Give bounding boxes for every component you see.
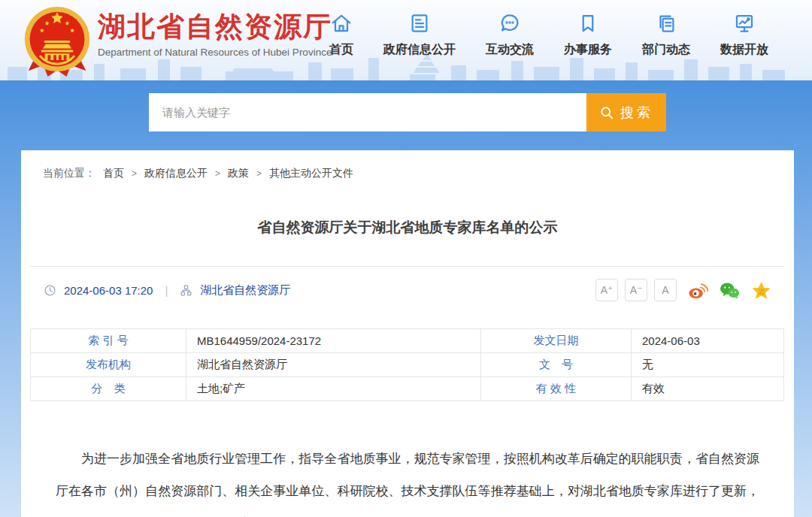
site-brand: 湖北省自然资源厅 Department of Natural Resources… bbox=[98, 11, 332, 58]
search-bar: 搜索 bbox=[149, 93, 666, 132]
search-icon bbox=[599, 105, 614, 120]
content-card: 当前位置： 首页 > 政府信息公开 > 政策 > 其他主动公开文件 省自然资源厅… bbox=[21, 150, 794, 517]
breadcrumb-prefix: 当前位置： bbox=[43, 167, 95, 180]
meta-right: A⁺ A⁻ A bbox=[595, 279, 771, 301]
field-value-index-number: MB1644959/2024-23172 bbox=[186, 329, 481, 353]
site-title: 湖北省自然资源厅 bbox=[98, 11, 332, 44]
field-value-category: 土地;矿产 bbox=[186, 377, 481, 401]
search-button[interactable]: 搜索 bbox=[586, 93, 666, 132]
font-larger-button[interactable]: A⁺ bbox=[595, 279, 618, 301]
organization-icon bbox=[180, 284, 192, 297]
nav-label: 部门动态 bbox=[642, 42, 690, 58]
documents-copy-icon bbox=[655, 12, 677, 35]
field-value-issue-date: 2024-06-03 bbox=[632, 329, 784, 353]
search-input[interactable] bbox=[149, 93, 586, 132]
publish-time: 2024-06-03 17:20 bbox=[64, 284, 153, 297]
breadcrumb-item-other-docs[interactable]: 其他主动公开文件 bbox=[269, 167, 353, 180]
nav-item-gov-info[interactable]: 政府信息公开 bbox=[383, 12, 456, 58]
breadcrumb-item-home[interactable]: 首页 bbox=[103, 167, 124, 180]
nav-label: 数据开放 bbox=[720, 42, 768, 58]
national-emblem-logo[interactable] bbox=[21, 5, 93, 78]
data-monitor-icon bbox=[733, 12, 756, 35]
breadcrumb-item-gov-info[interactable]: 政府信息公开 bbox=[144, 167, 208, 180]
breadcrumb-separator: > bbox=[132, 168, 137, 179]
gov-info-icon bbox=[408, 12, 431, 35]
article-body-paragraph: 为进一步加强全省地质行业管理工作，指导全省地质事业，规范专家管理，按照机构改革后… bbox=[56, 443, 759, 517]
article-meta-row: 2024-06-03 17:20 | 湖北省自然资源厅 A⁺ A⁻ A bbox=[44, 267, 771, 313]
field-label-issuing-agency: 发布机构 bbox=[31, 353, 186, 377]
nav-label: 互动交流 bbox=[486, 42, 534, 58]
home-icon bbox=[330, 12, 353, 35]
wechat-share-icon[interactable] bbox=[720, 280, 740, 301]
qzone-share-icon[interactable] bbox=[751, 280, 771, 301]
nav-label: 首页 bbox=[329, 42, 353, 58]
field-label-document-number: 文 号 bbox=[481, 353, 632, 377]
table-row: 索 引 号 MB1644959/2024-23172 发文日期 2024-06-… bbox=[31, 329, 784, 353]
meta-left: 2024-06-03 17:20 | 湖北省自然资源厅 bbox=[44, 283, 290, 298]
field-value-document-number: 无 bbox=[632, 353, 784, 377]
table-row: 发布机构 湖北省自然资源厅 文 号 无 bbox=[31, 353, 784, 377]
document-meta-table: 索 引 号 MB1644959/2024-23172 发文日期 2024-06-… bbox=[30, 328, 784, 401]
breadcrumb-separator: > bbox=[256, 168, 262, 179]
nav-item-services[interactable]: 办事服务 bbox=[564, 12, 612, 58]
breadcrumb-item-policy[interactable]: 政策 bbox=[228, 167, 249, 180]
field-label-validity: 有 效 性 bbox=[481, 377, 632, 401]
clock-icon bbox=[44, 284, 56, 297]
bookmark-icon bbox=[577, 12, 599, 35]
font-smaller-button[interactable]: A⁻ bbox=[625, 279, 647, 301]
breadcrumb-separator: > bbox=[215, 168, 220, 179]
font-reset-button[interactable]: A bbox=[654, 279, 677, 301]
article-title: 省自然资源厅关于湖北省地质专家库名单的公示 bbox=[21, 218, 794, 237]
search-button-label: 搜索 bbox=[620, 104, 653, 122]
chat-bubble-icon bbox=[498, 12, 521, 35]
nav-item-interaction[interactable]: 互动交流 bbox=[486, 12, 534, 58]
weibo-share-icon[interactable] bbox=[688, 280, 708, 301]
page: 湖北省自然资源厅 Department of Natural Resources… bbox=[0, 0, 812, 517]
table-row: 分 类 土地;矿产 有 效 性 有效 bbox=[31, 377, 784, 401]
field-value-issuing-agency: 湖北省自然资源厅 bbox=[186, 353, 481, 377]
nav-item-department-news[interactable]: 部门动态 bbox=[642, 12, 690, 58]
breadcrumb: 当前位置： 首页 > 政府信息公开 > 政策 > 其他主动公开文件 bbox=[21, 150, 794, 180]
meta-separator: | bbox=[165, 284, 168, 297]
nav-item-home[interactable]: 首页 bbox=[329, 12, 353, 58]
nav-item-open-data[interactable]: 数据开放 bbox=[720, 12, 768, 58]
article-source-link[interactable]: 湖北省自然资源厅 bbox=[200, 283, 290, 298]
field-label-category: 分 类 bbox=[31, 377, 186, 401]
site-subtitle: Department of Natural Resources of Hubei… bbox=[98, 47, 332, 58]
field-label-issue-date: 发文日期 bbox=[481, 329, 632, 353]
field-value-validity: 有效 bbox=[632, 377, 784, 401]
nav-label: 政府信息公开 bbox=[383, 42, 456, 58]
field-label-index-number: 索 引 号 bbox=[31, 329, 186, 353]
main-nav: 首页 政府信息公开 互动交流 办事服务 bbox=[329, 12, 768, 58]
site-header: 湖北省自然资源厅 Department of Natural Resources… bbox=[0, 0, 812, 80]
nav-label: 办事服务 bbox=[564, 42, 612, 58]
